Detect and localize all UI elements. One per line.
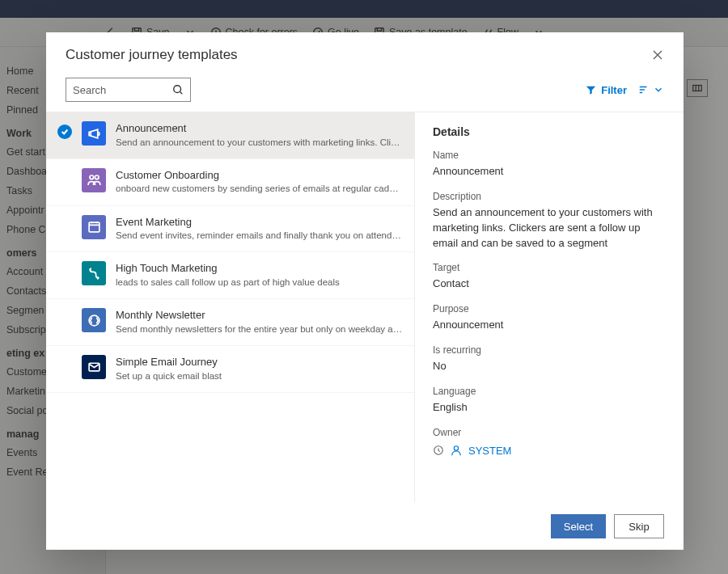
details-pane: Details Name Announcement Description Se… bbox=[414, 112, 684, 503]
svg-point-7 bbox=[95, 175, 99, 179]
selection-indicator bbox=[57, 264, 72, 279]
svg-rect-8 bbox=[89, 222, 99, 232]
filter-button[interactable]: Filter bbox=[586, 84, 627, 96]
chevron-down-icon[interactable] bbox=[653, 84, 664, 95]
template-description: leads to sales call follow up as part of… bbox=[116, 276, 403, 289]
skip-button[interactable]: Skip bbox=[614, 514, 664, 538]
template-name: Monthly Newsletter bbox=[116, 308, 403, 323]
selection-indicator bbox=[57, 125, 72, 139]
detail-language-label: Language bbox=[433, 386, 666, 397]
select-button[interactable]: Select bbox=[551, 514, 606, 538]
onboarding-icon bbox=[82, 168, 106, 192]
announcement-icon bbox=[82, 121, 106, 146]
template-name: Customer Onboarding bbox=[116, 168, 403, 183]
template-description: onboard new customers by sending series … bbox=[116, 182, 403, 196]
detail-owner-value[interactable]: SYSTEM bbox=[468, 445, 511, 457]
selection-indicator bbox=[57, 358, 72, 373]
close-button[interactable] bbox=[650, 47, 666, 63]
svg-point-11 bbox=[454, 446, 458, 450]
clock-icon bbox=[433, 445, 444, 456]
template-item[interactable]: AnnouncementSend an announcement to your… bbox=[46, 112, 414, 159]
template-picker-modal: Customer journey templates Search Filter… bbox=[46, 32, 684, 550]
hightouch-icon bbox=[82, 261, 106, 285]
selection-indicator bbox=[57, 218, 72, 233]
selection-indicator bbox=[57, 311, 72, 326]
detail-description-value: Send an announcement to your customers w… bbox=[433, 205, 666, 251]
detail-purpose-label: Purpose bbox=[433, 303, 666, 314]
detail-target-value: Contact bbox=[433, 276, 666, 292]
template-description: Send event invites, reminder emails and … bbox=[116, 229, 403, 243]
template-item[interactable]: Customer Onboardingonboard new customers… bbox=[46, 159, 414, 206]
sort-icon[interactable] bbox=[638, 84, 650, 95]
search-icon bbox=[172, 84, 184, 95]
template-item[interactable]: Simple Email JourneySet up a quick email… bbox=[46, 346, 414, 393]
template-description: Set up a quick email blast bbox=[116, 369, 403, 383]
detail-target-label: Target bbox=[433, 262, 666, 273]
template-name: High Touch Marketing bbox=[116, 261, 403, 276]
detail-owner-label: Owner bbox=[433, 427, 666, 438]
detail-recurring-value: No bbox=[433, 359, 666, 374]
svg-point-5 bbox=[174, 86, 181, 93]
event-icon bbox=[82, 215, 106, 239]
template-description: Send monthly newsletters for the entire … bbox=[116, 323, 403, 336]
template-list: AnnouncementSend an announcement to your… bbox=[46, 112, 414, 503]
search-input[interactable]: Search bbox=[66, 78, 191, 102]
template-item[interactable]: Event MarketingSend event invites, remin… bbox=[46, 206, 414, 253]
selection-indicator bbox=[57, 171, 72, 186]
detail-name-label: Name bbox=[433, 150, 666, 161]
template-name: Announcement bbox=[116, 121, 403, 136]
detail-description-label: Description bbox=[433, 191, 666, 202]
modal-title: Customer journey templates bbox=[66, 47, 238, 63]
details-header: Details bbox=[433, 125, 666, 138]
close-icon bbox=[653, 50, 662, 60]
filter-icon bbox=[586, 85, 596, 95]
template-name: Simple Email Journey bbox=[116, 355, 403, 369]
detail-name-value: Announcement bbox=[433, 164, 666, 179]
detail-purpose-value: Announcement bbox=[433, 318, 666, 333]
newsletter-icon bbox=[82, 308, 106, 332]
template-description: Send an announcement to your customers w… bbox=[116, 136, 403, 150]
template-item[interactable]: Monthly NewsletterSend monthly newslette… bbox=[46, 299, 414, 346]
template-name: Event Marketing bbox=[116, 215, 403, 230]
person-icon bbox=[451, 445, 462, 456]
svg-point-6 bbox=[89, 175, 93, 179]
detail-recurring-label: Is recurring bbox=[433, 344, 666, 356]
detail-language-value: English bbox=[433, 400, 666, 416]
search-placeholder: Search bbox=[73, 84, 106, 96]
email-icon bbox=[82, 355, 106, 379]
template-item[interactable]: High Touch Marketingleads to sales call … bbox=[46, 252, 414, 299]
